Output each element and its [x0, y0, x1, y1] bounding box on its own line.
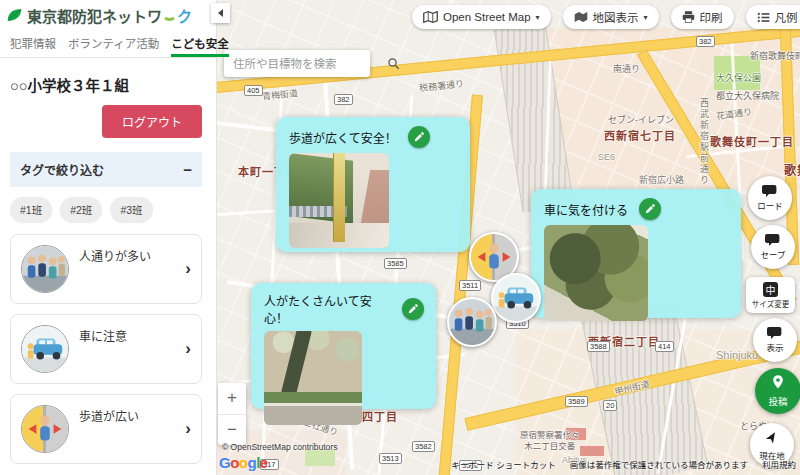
- park-block: [305, 450, 335, 466]
- map-label: 新宿歌舞伎町: [750, 49, 800, 62]
- map-search-box: [224, 50, 370, 77]
- print-button[interactable]: 印刷: [671, 5, 734, 29]
- report-popup-car: 車に気を付ける: [531, 189, 741, 318]
- road-number-badge: 3511: [459, 280, 481, 291]
- road-number-badge: 3513: [379, 453, 402, 464]
- road-number-badge: 3588: [587, 341, 610, 352]
- map-label: 歌舞伎町: [784, 161, 800, 178]
- road-number-badge: 3585: [384, 258, 407, 269]
- save-button[interactable]: セーブ: [751, 225, 795, 269]
- terms-link[interactable]: 利用規約: [762, 458, 796, 470]
- map-label: セブン-イレブン: [608, 113, 674, 126]
- report-popup-sidewalk: 歩道が広くて安全！: [276, 117, 470, 252]
- zoom-out-button[interactable]: −: [218, 415, 246, 446]
- list-item-crowd[interactable]: 人通りが多い ›: [10, 234, 202, 304]
- map-marker-car[interactable]: [491, 273, 541, 323]
- road-number-badge: 382: [696, 36, 715, 47]
- chevron-down-icon: ▾: [644, 13, 648, 22]
- speech-bubble-icon: [765, 234, 781, 247]
- tag-group2[interactable]: #2班: [60, 197, 102, 222]
- location-pin-icon: [770, 374, 786, 394]
- google-logo[interactable]: Google: [219, 454, 268, 471]
- display-button[interactable]: 表示: [753, 318, 797, 362]
- map-canvas[interactable]: 青梅街道税務署通り南通り花道通り新宿広小路甲州街道十二社通り西武新宿駅前通り本町…: [216, 0, 800, 475]
- zoom-in-button[interactable]: +: [218, 383, 246, 415]
- report-title: 歩道が広くて安全！: [289, 129, 397, 146]
- basemap-select-button[interactable]: Open Street Map ▾: [412, 5, 551, 29]
- report-photo[interactable]: [544, 225, 648, 321]
- keyboard-shortcuts-link[interactable]: キーボード ショートカット: [451, 458, 555, 470]
- smile-icon: [162, 7, 177, 21]
- post-button[interactable]: 投稿: [755, 368, 800, 414]
- map-footer-links: キーボード ショートカット 画像は著作権で保護されている場合があります 利用規約: [451, 458, 796, 470]
- report-photo[interactable]: [289, 153, 389, 248]
- sidebar-collapse-button[interactable]: [211, 3, 230, 23]
- tag-list: #1班 #2班 #3班: [10, 197, 202, 222]
- map-label: Shinjuku: [716, 349, 758, 361]
- brand-header: 東京都防犯ネットワク: [0, 0, 216, 30]
- map-label: 大久保公園: [716, 71, 761, 84]
- tag-group3[interactable]: #3班: [110, 197, 152, 222]
- imagery-copyright-text: 画像は著作権で保護されている場合があります: [570, 458, 748, 470]
- edit-pencil-button[interactable]: [402, 298, 424, 320]
- map-layers-icon: [574, 11, 588, 23]
- list-item-label: 人通りが多い: [79, 247, 175, 264]
- list-item-sidewalk[interactable]: 歩道が広い ›: [10, 394, 202, 464]
- search-icon[interactable]: [387, 57, 400, 70]
- map-label: 歌舞伎町一丁目: [710, 133, 794, 149]
- map-display-button[interactable]: 地図表示 ▾: [563, 5, 659, 29]
- collapse-minus-icon[interactable]: −: [183, 165, 192, 175]
- edit-pencil-button[interactable]: [639, 198, 661, 220]
- size-medium-badge: 中: [763, 282, 778, 297]
- road-number-badge: 405: [244, 85, 263, 96]
- brand-title: 東京都防犯ネットワク: [27, 5, 192, 26]
- osm-attribution-link[interactable]: © OpenStreetMap contributors: [222, 442, 337, 452]
- legend-button[interactable]: 凡例: [746, 5, 800, 29]
- tag-filter-title: タグで絞り込む: [20, 161, 104, 178]
- report-title: 車に気を付ける: [544, 201, 628, 218]
- map-label: 西新宿七丁目: [604, 127, 676, 143]
- car-thumbnail-icon: [21, 325, 69, 373]
- crowd-thumbnail-icon: [21, 245, 69, 293]
- road-number-badge: 20: [603, 400, 617, 411]
- report-popup-crowd: 人がたくさんいて安心！: [251, 283, 436, 409]
- tab-kids-safety[interactable]: こども安全: [171, 35, 229, 57]
- tab-crime-info[interactable]: 犯罪情報: [10, 35, 56, 57]
- chevron-right-icon: ›: [185, 339, 191, 359]
- tag-filter-header[interactable]: タグで絞り込む −: [10, 152, 202, 187]
- search-input[interactable]: [224, 58, 387, 70]
- speech-bubble-icon: [767, 327, 783, 340]
- tab-volunteer[interactable]: ボランティア活動: [68, 35, 159, 57]
- list-item-label: 車に注意: [79, 327, 175, 344]
- edit-pencil-button[interactable]: [408, 126, 430, 148]
- tag-group1[interactable]: #1班: [10, 197, 52, 222]
- zoom-control: + −: [218, 383, 246, 445]
- report-title: 人がたくさんいて安心！: [264, 292, 391, 326]
- sidebar-content: ○○小学校３年１組 ログアウト タグで絞り込む − #1班 #2班 #3班 人通…: [0, 58, 216, 464]
- left-triangle-icon: [218, 9, 223, 17]
- chevron-down-icon: ▾: [536, 13, 540, 22]
- map-toolbar: Open Street Map ▾ 地図表示 ▾ 印刷 凡例 ? このマップにつ…: [412, 5, 800, 29]
- map-marker-crowd[interactable]: [447, 297, 497, 347]
- chevron-right-icon: ›: [185, 419, 191, 439]
- list-item-label: 歩道が広い: [79, 407, 175, 424]
- report-photo[interactable]: [264, 331, 362, 425]
- navigation-arrow-icon: [765, 430, 779, 448]
- app-window: 東京都防犯ネットワク 犯罪情報 ボランティア活動 こども安全 ○○小学校３年１組…: [0, 0, 800, 475]
- chevron-right-icon: ›: [185, 259, 191, 279]
- map-label: SE6: [598, 152, 615, 162]
- printer-icon: [682, 11, 695, 23]
- road-number-badge: 414: [655, 341, 674, 352]
- map-label: 原宿警察署代々 木二丁目交番: [520, 430, 580, 451]
- road-number-badge: 382: [334, 94, 353, 105]
- leaf-logo-icon: [6, 7, 23, 23]
- sidebar: 東京都防犯ネットワク 犯罪情報 ボランティア活動 こども安全 ○○小学校３年１組…: [0, 0, 217, 475]
- sidewalk-thumbnail-icon: [21, 405, 69, 453]
- logout-button[interactable]: ログアウト: [102, 105, 202, 138]
- resize-button[interactable]: 中 サイズ変更: [746, 277, 795, 313]
- map-label: 南通り: [613, 62, 640, 75]
- speech-bubble-icon: [762, 185, 778, 198]
- load-button[interactable]: ロード: [748, 176, 792, 220]
- list-item-car[interactable]: 車に注意 ›: [10, 314, 202, 384]
- school-name-title: ○○小学校３年１組: [10, 74, 202, 95]
